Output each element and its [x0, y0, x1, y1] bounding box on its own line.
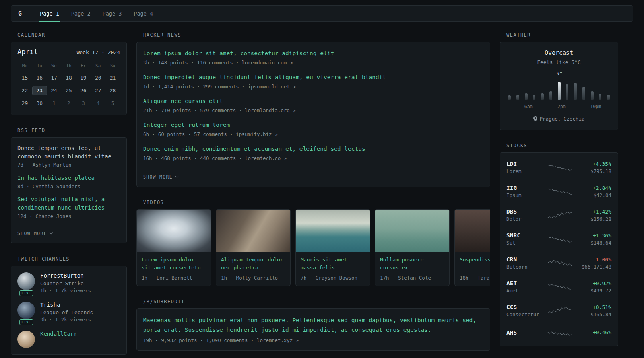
hn-item-domain-link[interactable]: ipsumworld.net ↗: [248, 84, 295, 90]
live-badge: LIVE: [19, 319, 33, 325]
hackernews-widget: HACKER NEWS Lorem ipsum dolor sit amet, …: [136, 32, 490, 187]
weather-section-title: WEATHER: [500, 32, 618, 38]
calendar-day: 24: [47, 86, 62, 95]
stock-row[interactable]: IIG Ipsum +2.84% $42.04: [506, 179, 611, 203]
calendar-dow: Su: [105, 62, 120, 70]
twitch-widget: TWITCH CHANNELS LIVE ForrestBurton Count…: [11, 256, 127, 355]
channel-name-link[interactable]: Trisha: [40, 302, 93, 308]
avatar[interactable]: [17, 302, 35, 319]
hn-item-title-link[interactable]: Donec enim nibh, condimentum et accumsan…: [143, 145, 483, 153]
tab-page-4[interactable]: Page 4: [133, 6, 154, 22]
hn-item-title-link[interactable]: Aliquam nec cursus elit: [143, 97, 483, 105]
calendar-day: 18: [62, 73, 76, 83]
hn-item-domain-link[interactable]: ipsumify.biz ↗: [236, 131, 277, 137]
video-card[interactable]: Nullam posuere cursus ex 17h · Stefan Co…: [375, 209, 450, 286]
avatar[interactable]: [17, 272, 35, 290]
video-thumbnail: [375, 210, 449, 252]
stock-row[interactable]: AHS +0.46%: [506, 323, 611, 343]
hn-item: Lorem ipsum dolor sit amet, consectetur …: [143, 49, 483, 66]
stock-symbol: AHS: [506, 329, 545, 336]
stock-sparkline: [545, 258, 575, 268]
stock-row[interactable]: CCS Consectetur +0.51% $165.84: [506, 299, 611, 323]
video-meta: 1h · Molly Carrillo: [221, 275, 285, 281]
calendar-day: 17: [47, 73, 62, 83]
calendar-dow: Th: [62, 62, 76, 70]
app-logo[interactable]: G: [11, 6, 29, 21]
stock-values: +1.36% $148.64: [575, 233, 611, 246]
weather-bar: [566, 84, 568, 100]
stock-row[interactable]: CRN Bitcorn -1.00% $66,171.48: [506, 251, 611, 275]
rss-item-title-link[interactable]: Sed volutpat nulla nisl, a condimentum n…: [17, 195, 120, 212]
weather-bar: [533, 95, 535, 100]
stock-row[interactable]: DBS Dolor +1.42% $156.28: [506, 203, 611, 227]
weather-bar: [591, 91, 594, 100]
hn-item-title-link[interactable]: Integer eget rutrum lorem: [143, 121, 483, 129]
subreddit-post-meta: 19h · 9,932 points · 1,090 comments · lo…: [143, 337, 483, 343]
video-card[interactable]: Mauris sit amet massa felis 7h · Grayson…: [295, 209, 370, 286]
hn-item-domain-link[interactable]: loremdomain.com ↗: [242, 60, 293, 66]
hn-item-title-link[interactable]: Lorem ipsum dolor sit amet, consectetur …: [143, 49, 483, 58]
channel-name-link[interactable]: KendallCarr: [40, 331, 77, 337]
channel-name-link[interactable]: ForrestBurton: [40, 272, 91, 279]
avatar-wrap: LIVE: [17, 272, 35, 294]
hackernews-section-title: HACKER NEWS: [136, 32, 490, 38]
live-badge: LIVE: [19, 290, 33, 296]
rss-item-title-link[interactable]: Donec tempor eros leo, ut commodo mauris…: [17, 144, 120, 161]
subreddit-card: Maecenas mollis pulvinar erat non posuer…: [136, 308, 490, 351]
twitch-channel: LIVE Trisha League of Legends 3h · 1.2k …: [17, 302, 120, 323]
tab-page-1[interactable]: Page 1: [39, 6, 60, 22]
stock-row[interactable]: AET Amet +0.92% $499.72: [506, 275, 611, 299]
video-title: Mauris sit amet massa felis: [301, 256, 365, 272]
calendar-card: April Week 17 · 2024 Mo Tu We Th Fr Sa S…: [11, 42, 127, 115]
subreddit-post-domain-link[interactable]: loremnet.xyz ↗: [257, 337, 299, 343]
stock-row[interactable]: LDI Lorem +4.35% $795.18: [506, 156, 611, 179]
video-card[interactable]: Suspendisse diam 18h · Tara: [454, 209, 490, 286]
channel-viewers: 3h · 1.2k viewers: [40, 317, 93, 323]
channel-game: League of Legends: [40, 309, 93, 315]
subreddit-post-title-link[interactable]: Maecenas mollis pulvinar erat non posuer…: [143, 316, 483, 335]
video-body: Aliquam tempor dolor nec pharetra… 1h · …: [216, 252, 290, 286]
rss-item-title-link[interactable]: In hac habitasse platea: [17, 174, 120, 182]
weather-widget: WEATHER Overcast Feels like 5°C 9° 6am 2…: [500, 32, 618, 130]
stock-sparkline: [545, 186, 575, 197]
hn-item-domain-link[interactable]: loremtech.co ↗: [245, 155, 287, 161]
stocks-section-title: STOCKS: [500, 143, 618, 148]
video-title: Nullam posuere cursus ex: [380, 256, 444, 272]
video-body: Mauris sit amet massa felis 7h · Grayson…: [296, 252, 370, 286]
stock-id: IIG Ipsum: [506, 185, 545, 198]
stock-id: CRN Bitcorn: [506, 256, 545, 270]
hn-show-more-label: SHOW MORE: [143, 174, 173, 180]
weather-location: Prague, Czechia: [508, 116, 610, 122]
stock-change: +4.35%: [575, 161, 611, 167]
video-card[interactable]: Aliquam tempor dolor nec pharetra… 1h · …: [216, 209, 291, 286]
stock-name: Dolor: [506, 216, 545, 222]
videos-section-title: VIDEOS: [136, 200, 490, 205]
hn-item-domain-link[interactable]: loremlandia.org ↗: [245, 107, 296, 113]
tab-page-3[interactable]: Page 3: [102, 6, 123, 22]
stock-name: Ipsum: [506, 192, 545, 198]
hn-item-meta: 3h · 148 points · 116 comments · loremdo…: [143, 60, 483, 66]
stock-values: +0.92% $499.72: [575, 280, 611, 294]
calendar-dow: Fr: [76, 62, 91, 70]
hn-show-more-button[interactable]: SHOW MORE: [143, 174, 178, 180]
avatar-wrap: LIVE: [17, 302, 35, 323]
rss-show-more-button[interactable]: SHOW MORE: [17, 231, 52, 236]
chevron-down-icon: [50, 231, 53, 234]
rss-item: Donec tempor eros leo, ut commodo mauris…: [17, 144, 120, 168]
stock-row[interactable]: SNRC Sit +1.36% $148.64: [506, 227, 611, 251]
hn-item-title-link[interactable]: Donec imperdiet augue tincidunt felis al…: [143, 73, 483, 82]
weather-bar: [607, 95, 610, 100]
subreddit-section-title: /R/SUBREDDIT: [136, 299, 490, 304]
calendar-day-selected: 23: [32, 86, 47, 95]
video-meta: 7h · Grayson Dawson: [301, 275, 365, 281]
calendar-day: 22: [17, 86, 32, 95]
right-column: WEATHER Overcast Feels like 5°C 9° 6am 2…: [500, 32, 618, 358]
stock-symbol: LDI: [506, 161, 545, 167]
avatar[interactable]: [17, 331, 35, 348]
rss-item-meta: 7d · Ashlyn Martin: [17, 162, 120, 168]
tab-page-2[interactable]: Page 2: [70, 6, 91, 22]
twitch-section-title: TWITCH CHANNELS: [11, 256, 127, 262]
video-card[interactable]: Lorem ipsum dolor sit amet consectetu… 1…: [136, 209, 211, 286]
subreddit-post-stats: 19h · 9,932 points · 1,090 comments ·: [143, 337, 254, 343]
stock-symbol: SNRC: [506, 232, 545, 239]
